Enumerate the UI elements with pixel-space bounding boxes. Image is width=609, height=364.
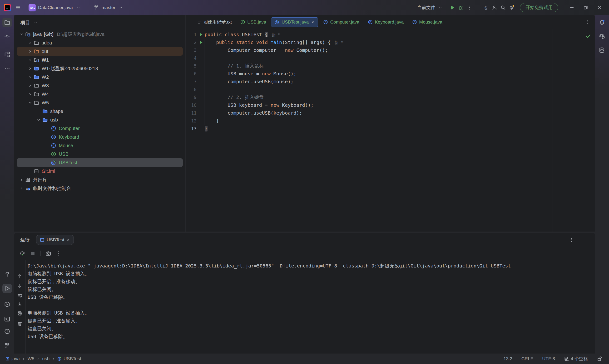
tree-item-java[interactable]: java[Git]D:\超级无敌git\Git\java [17, 30, 183, 39]
minimize-button[interactable] [566, 3, 578, 12]
lock-icon[interactable] [597, 356, 602, 361]
code-line-12[interactable]: 12 } [186, 117, 595, 125]
build-tool-button[interactable] [2, 270, 12, 279]
print-icon[interactable] [17, 311, 23, 316]
restore-button[interactable] [580, 3, 592, 12]
chevron-right-icon[interactable] [27, 91, 33, 97]
commit-tool-button[interactable] [2, 31, 12, 41]
jump-to-top-icon[interactable] [17, 273, 23, 279]
screenshot-button[interactable] [45, 251, 51, 256]
status-item-UTF-8[interactable]: UTF-8 [542, 356, 555, 361]
code-line-7[interactable]: 7 computer.useUSB(mouse); [186, 78, 595, 86]
run-panel-options-icon[interactable] [568, 236, 575, 243]
close-button[interactable] [593, 3, 606, 12]
debug-button[interactable] [457, 4, 464, 11]
code-line-1[interactable]: 1public class USBTest {新 * [186, 31, 595, 39]
tree-item-USB[interactable]: IUSB [17, 150, 183, 158]
notifications-button[interactable] [597, 18, 607, 27]
tab-options-icon[interactable] [584, 19, 591, 25]
hide-panel-icon[interactable] [580, 236, 586, 243]
tree-item-out[interactable]: out [17, 47, 183, 56]
start-trial-button[interactable]: 开始免费试用 [520, 3, 558, 12]
code-with-me-icon[interactable] [491, 4, 498, 11]
more-tools-button[interactable] [2, 64, 12, 73]
editor-tab-ai使用记录.txt[interactable]: ai使用记录.txt [194, 17, 235, 27]
stop-button[interactable] [30, 251, 36, 256]
code-line-3[interactable]: 3 Computer computer = new Computer(); [186, 46, 595, 54]
tree-item-W5[interactable]: W5 [17, 98, 183, 107]
soft-wrap-icon[interactable] [17, 293, 23, 299]
rerun-button[interactable] [20, 251, 25, 256]
tree-item-W3[interactable]: W3 [17, 81, 183, 90]
run-gutter-icon[interactable] [197, 39, 205, 46]
chevron-right-icon[interactable] [27, 48, 33, 55]
code-line-11[interactable]: 11 computer.useUSB(keyboard); [186, 109, 595, 117]
code-line-9[interactable]: 9 // 2. 插入键盘 [186, 93, 595, 101]
breadcrumb-java[interactable]: java [5, 356, 20, 361]
editor-tab-Computer.java[interactable]: CComputer.java [320, 17, 363, 27]
tree-item-Git.iml[interactable]: Git.iml [17, 167, 183, 175]
chevron-right-icon[interactable] [27, 65, 33, 72]
close-icon[interactable] [66, 238, 70, 242]
run-button[interactable] [449, 4, 456, 11]
tree-item-usb[interactable]: usb [17, 116, 183, 124]
breadcrumb-USBTest[interactable]: CUSBTest [57, 356, 81, 361]
run-config-selector[interactable]: 当前文件 [417, 4, 444, 11]
settings-gear-icon[interactable] [508, 4, 515, 11]
chevron-right-icon[interactable] [27, 39, 33, 46]
jump-to-bottom-icon[interactable] [17, 283, 23, 289]
chevron-right-icon[interactable] [27, 82, 33, 89]
code-line-4[interactable]: 4 [186, 54, 595, 62]
inspections-ok-icon[interactable] [585, 33, 591, 39]
tree-item-外部库[interactable]: 外部库 [17, 175, 183, 184]
tree-item-Computer[interactable]: CComputer [17, 124, 183, 133]
code-editor[interactable]: 1public class USBTest {新 *2 public stati… [186, 29, 595, 232]
tree-item-.idea[interactable]: .idea [17, 39, 183, 47]
code-line-6[interactable]: 6 USB mouse = new Mouse(); [186, 70, 595, 78]
main-menu-icon[interactable] [14, 4, 21, 11]
clear-console-icon[interactable] [17, 321, 23, 327]
tree-item-shape[interactable]: shape [17, 107, 183, 116]
editor-tab-Keyboard.java[interactable]: CKeyboard.java [364, 17, 407, 27]
status-item-CRLF[interactable]: CRLF [521, 356, 533, 361]
chevron-down-icon[interactable] [35, 117, 42, 123]
code-line-2[interactable]: 2 public static void main(String[] args)… [186, 39, 595, 46]
more-actions-icon[interactable] [466, 4, 473, 11]
chevron-down-icon[interactable] [27, 99, 33, 106]
tree-item-W1[interactable]: W1 [17, 56, 183, 64]
tree-item-临时文件和控制台[interactable]: 临时文件和控制台 [17, 184, 183, 193]
project-widget[interactable]: DC DataCleaner.java [28, 4, 82, 12]
editor-tab-USBTest.java[interactable]: CUSBTest.java [271, 17, 318, 27]
run-tab-usbtest[interactable]: USBTest [36, 235, 74, 245]
services-tool-button[interactable] [2, 299, 12, 309]
code-line-10[interactable]: 10 USB keyboard = new Keyboard(); [186, 101, 595, 109]
git-tool-button[interactable] [2, 341, 12, 351]
scroll-to-end-icon[interactable] [17, 301, 23, 307]
tree-item-W2[interactable]: W2 [17, 73, 183, 81]
database-tool-button[interactable] [597, 45, 607, 55]
code-line-13[interactable]: 13} [186, 125, 595, 133]
structure-tool-button[interactable] [2, 50, 12, 59]
ai-assistant-icon[interactable]: @ [482, 4, 489, 11]
branch-widget[interactable]: master [93, 4, 124, 11]
status-item-4-个空格[interactable]: 4 个空格 [564, 356, 588, 362]
run-gutter-icon[interactable] [197, 31, 205, 39]
terminal-tool-button[interactable] [2, 314, 12, 324]
status-item-13-2[interactable]: 13:2 [504, 356, 512, 361]
tree-item-Mouse[interactable]: CMouse [17, 141, 183, 150]
chevron-right-icon[interactable] [27, 57, 33, 63]
tree-item-W1-赵盈辉-202506050213[interactable]: W1-赵盈辉-202506050213 [17, 64, 183, 73]
project-tool-button[interactable] [2, 18, 12, 27]
search-everywhere-icon[interactable] [500, 4, 507, 11]
code-line-8[interactable]: 8 [186, 86, 595, 93]
chevron-down-icon[interactable] [18, 31, 25, 38]
tree-item-W4[interactable]: W4 [17, 90, 183, 98]
project-panel-header[interactable]: 项目 [14, 15, 185, 30]
tree-item-USBTest[interactable]: CUSBTest [17, 158, 183, 167]
run-tool-button[interactable] [2, 284, 12, 293]
close-icon[interactable] [311, 20, 315, 24]
breadcrumb-usb[interactable]: usb [42, 356, 50, 361]
ai-chat-tool-button[interactable] [597, 31, 607, 41]
editor-tab-Mouse.java[interactable]: CMouse.java [409, 17, 446, 27]
chevron-right-icon[interactable] [18, 176, 25, 183]
